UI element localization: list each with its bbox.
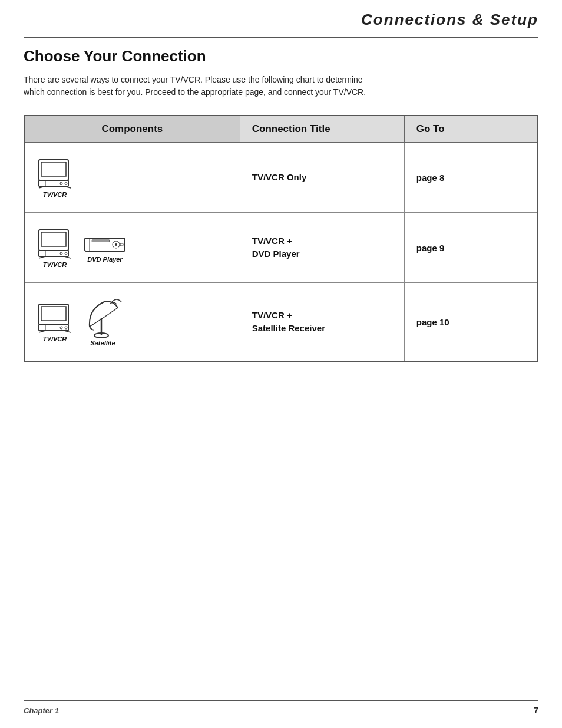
svg-rect-25 [39,325,68,331]
goto-2: page 9 [404,213,538,283]
device-tvvcr-2: TV/VCR [37,228,73,268]
col-components: Components [24,116,240,143]
header-title: Connections & Setup [361,11,538,29]
table-row: TV/VCR [24,213,538,283]
svg-point-12 [60,252,62,255]
svg-rect-1 [41,162,66,176]
dvd-icon [84,232,126,255]
connection-title-1: TV/VCR Only [240,143,404,213]
footer-page-number: 7 [534,706,538,715]
svg-point-4 [60,182,62,185]
section-title: Choose Your Connection [24,47,538,65]
col-connection-title: Connection Title [240,116,404,143]
device-tvvcr-3: TV/VCR [37,302,73,342]
footer-chapter: Chapter 1 [24,706,59,715]
page-footer: Chapter 1 7 [24,700,538,715]
svg-rect-21 [120,243,123,246]
components-cell-3: TV/VCR [24,283,240,362]
components-wrapper-3: TV/VCR [31,291,234,353]
tvvcr-icon-2 [37,228,73,260]
goto-3: page 10 [404,283,538,362]
header-rule [24,37,538,38]
components-wrapper-2: TV/VCR [31,221,234,274]
svg-rect-2 [39,180,68,186]
svg-rect-0 [39,160,68,180]
device-tvvcr-1: TV/VCR [37,157,73,198]
components-cell-2: TV/VCR [24,213,240,283]
components-wrapper-1: TV/VCR [31,151,234,204]
svg-rect-9 [41,232,66,246]
svg-point-5 [65,182,67,185]
goto-1: page 8 [404,143,538,213]
svg-point-13 [65,252,67,255]
tvvcr-label-1: TV/VCR [43,191,67,198]
svg-rect-10 [39,251,68,256]
intro-text: There are several ways to connect your T… [24,74,377,98]
tvvcr-label-2: TV/VCR [43,261,67,268]
svg-point-20 [115,243,117,246]
footer-rule [24,700,538,701]
device-dvd: DVD Player [84,232,126,263]
svg-point-27 [60,327,62,329]
satellite-icon [84,297,122,338]
table-row: TV/VCR TV/VCR Only page 8 [24,143,538,213]
connection-title-3: TV/VCR +Satellite Receiver [240,283,404,362]
tvvcr-icon-3 [37,302,73,334]
main-content: Choose Your Connection There are several… [24,47,538,362]
svg-rect-23 [39,304,68,325]
components-cell: TV/VCR [24,143,240,213]
svg-rect-18 [92,240,110,242]
page-header: Connections & Setup [361,11,538,29]
connection-table: Components Connection Title Go To [24,115,538,362]
tvvcr-label-3: TV/VCR [43,335,67,342]
table-row: TV/VCR [24,283,538,362]
satellite-label: Satellite [90,340,115,347]
svg-rect-8 [39,230,68,251]
col-go-to: Go To [404,116,538,143]
svg-rect-24 [41,307,66,321]
tvvcr-icon [37,157,73,190]
footer-content: Chapter 1 7 [24,706,538,715]
dvd-label: DVD Player [87,256,122,263]
svg-point-28 [65,327,67,329]
device-satellite: Satellite [84,297,122,347]
connection-title-2: TV/VCR +DVD Player [240,213,404,283]
